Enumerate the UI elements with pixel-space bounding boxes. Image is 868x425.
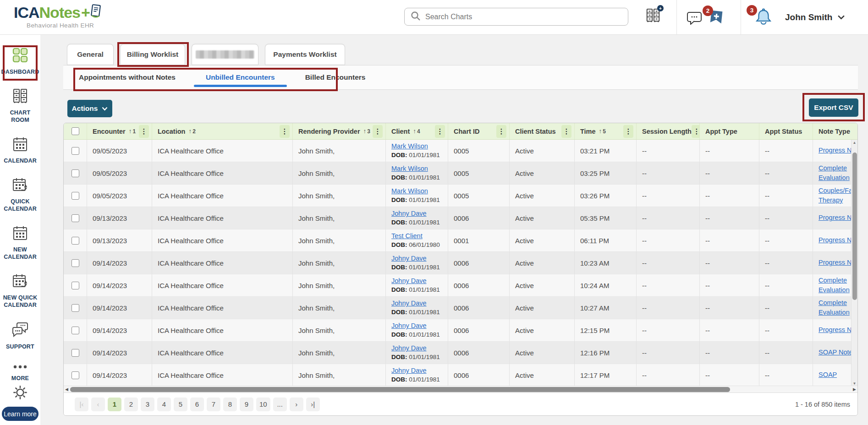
column-menu-icon[interactable]: ⋮ — [561, 125, 571, 138]
vertical-scrollbar[interactable]: ▲ ▼ — [851, 140, 857, 387]
client-link[interactable]: Mark Wilson — [391, 186, 428, 196]
note-type-link[interactable]: Progress Note — [819, 258, 852, 267]
page-button-6[interactable]: 6 — [190, 398, 204, 411]
column-header-appt-status[interactable]: Appt Status — [759, 123, 813, 139]
sidebar-item-new-calendar[interactable]: NEW CALENDAR — [0, 225, 40, 261]
note-type-link[interactable]: Progress Note — [819, 235, 852, 245]
page-button-3[interactable]: 3 — [141, 398, 154, 411]
client-link[interactable]: Mark Wilson — [391, 142, 428, 151]
note-type-link[interactable]: SOAP — [819, 370, 837, 380]
row-checkbox[interactable] — [71, 371, 79, 379]
scroll-left-icon[interactable]: ◀ — [65, 387, 68, 392]
column-header-client-status[interactable]: Client Status⋮ — [509, 123, 574, 139]
previous-page-button[interactable]: ‹ — [91, 398, 105, 411]
sidebar-item-quick-calendar[interactable]: QUICK CALENDAR — [0, 177, 40, 212]
scroll-right-icon[interactable]: ▶ — [853, 387, 856, 392]
row-checkbox[interactable] — [71, 259, 79, 267]
column-header-time[interactable]: Time↑5⋮ — [574, 123, 636, 139]
column-menu-icon[interactable]: ⋮ — [496, 125, 506, 138]
notifications-button[interactable]: 3 — [754, 8, 773, 28]
client-link[interactable]: Johny Dave — [391, 321, 427, 331]
actions-button[interactable]: Actions — [67, 100, 112, 117]
sidebar-item-chart-room[interactable]: CHART ROOM — [0, 88, 40, 124]
column-header-chart-id[interactable]: Chart ID⋮ — [448, 123, 509, 139]
client-link[interactable]: Mark Wilson — [391, 164, 428, 174]
client-link[interactable]: Johny Dave — [391, 276, 427, 286]
row-checkbox[interactable] — [71, 147, 79, 155]
note-type-link[interactable]: Progress Note — [819, 146, 852, 155]
vertical-scroll-thumb[interactable] — [852, 153, 857, 300]
horizontal-scroll-thumb[interactable] — [70, 387, 730, 392]
next-page-button[interactable]: › — [290, 398, 303, 411]
page-button-8[interactable]: 8 — [223, 398, 237, 411]
subtab-appointments-without-notes[interactable]: Appointments without Notes — [78, 65, 176, 89]
new-chart-cabinet-button[interactable]: + — [645, 7, 661, 25]
column-header-appt-type[interactable]: Appt Type — [699, 123, 759, 139]
column-header-client[interactable]: Client↑4⋮ — [385, 123, 448, 139]
row-checkbox[interactable] — [71, 349, 79, 357]
column-menu-icon[interactable]: ⋮ — [692, 125, 699, 138]
column-header-note-type[interactable]: Note Type — [813, 123, 852, 139]
tab-billing-worklist[interactable]: Billing Worklist — [120, 44, 185, 65]
subtab-billed-encounters[interactable]: Billed Encounters — [304, 65, 367, 89]
row-checkbox[interactable] — [71, 214, 79, 222]
client-link[interactable]: Johny Dave — [391, 209, 427, 218]
horizontal-scrollbar[interactable]: ◀ ▶ — [64, 386, 857, 392]
flag-add-button[interactable]: 2 — [708, 9, 725, 27]
learn-more-button[interactable]: Learn more — [2, 407, 38, 421]
note-type-link[interactable]: Couples/Fam Therapy — [819, 186, 852, 205]
first-page-button[interactable]: |‹ — [75, 398, 88, 411]
subtab-unbilled-encounters[interactable]: Unbilled Encounters — [205, 65, 276, 89]
row-checkbox[interactable] — [71, 282, 79, 289]
row-checkbox[interactable] — [71, 192, 79, 200]
note-type-link[interactable]: Progress Note — [819, 213, 852, 223]
sidebar-item-more[interactable]: MORE — [0, 363, 40, 382]
column-header-rendering-provider[interactable]: Rendering Provider↑3⋮ — [292, 123, 385, 139]
tab-general[interactable]: General — [67, 44, 114, 65]
client-link[interactable]: Test Client — [391, 231, 423, 241]
note-type-link[interactable]: Complete Evaluation — [819, 298, 850, 317]
sidebar-item-calendar[interactable]: CALENDAR — [0, 136, 40, 164]
column-menu-icon[interactable]: ⋮ — [280, 125, 290, 138]
sidebar-item-support[interactable]: SUPPORT — [0, 321, 40, 350]
search-input[interactable] — [425, 13, 622, 21]
page-button-5[interactable]: 5 — [174, 398, 187, 411]
page-button-10[interactable]: 10 — [256, 398, 270, 411]
row-checkbox[interactable] — [71, 237, 79, 245]
select-all-checkbox[interactable] — [71, 127, 79, 135]
column-menu-icon[interactable]: ⋮ — [139, 125, 149, 138]
page-button-4[interactable]: 4 — [157, 398, 171, 411]
row-checkbox[interactable] — [71, 304, 79, 312]
page-button-9[interactable]: 9 — [240, 398, 253, 411]
export-csv-button[interactable]: Export CSV — [809, 98, 858, 117]
client-link[interactable]: Johny Dave — [391, 299, 427, 308]
note-type-link[interactable]: Complete Evaluation — [819, 163, 850, 183]
sidebar-item-dashboard[interactable]: DASHBOARD — [0, 48, 40, 76]
page-button-2[interactable]: 2 — [124, 398, 138, 411]
row-checkbox[interactable] — [71, 169, 79, 177]
column-header-session-length[interactable]: Session Length⋮ — [636, 123, 699, 139]
last-page-button[interactable]: ›| — [306, 398, 320, 411]
settings-gear-icon[interactable] — [0, 383, 40, 404]
row-checkbox[interactable] — [71, 327, 79, 334]
tab-payments-worklist[interactable]: Payments Worklist — [265, 44, 345, 65]
client-link[interactable]: Johny Dave — [391, 254, 427, 263]
page-button-7[interactable]: 7 — [207, 398, 220, 411]
page-ellipsis-button[interactable]: ... — [273, 398, 287, 411]
page-button-1[interactable]: 1 — [108, 398, 121, 411]
sidebar-item-new-quick-calendar[interactable]: NEW QUICK CALENDAR — [0, 273, 40, 309]
column-header-location[interactable]: Location↑2⋮ — [152, 123, 292, 139]
chat-button[interactable] — [687, 11, 702, 26]
client-link[interactable]: Johny Dave — [391, 366, 427, 376]
column-menu-icon[interactable]: ⋮ — [623, 125, 633, 138]
note-type-link[interactable]: Progress Note — [819, 325, 852, 335]
column-header-encounter[interactable]: Encounter↑1⋮ — [87, 123, 152, 139]
note-type-link[interactable]: SOAP Note — [819, 348, 852, 357]
note-type-link[interactable]: Complete Evaluation — [819, 276, 850, 295]
tab-blurred[interactable] — [192, 44, 258, 65]
column-menu-icon[interactable]: ⋮ — [373, 125, 383, 138]
column-menu-icon[interactable]: ⋮ — [435, 125, 445, 138]
select-all-header[interactable] — [64, 123, 87, 139]
client-link[interactable]: Johny Dave — [391, 343, 427, 353]
scroll-up-icon[interactable]: ▲ — [852, 141, 857, 145]
